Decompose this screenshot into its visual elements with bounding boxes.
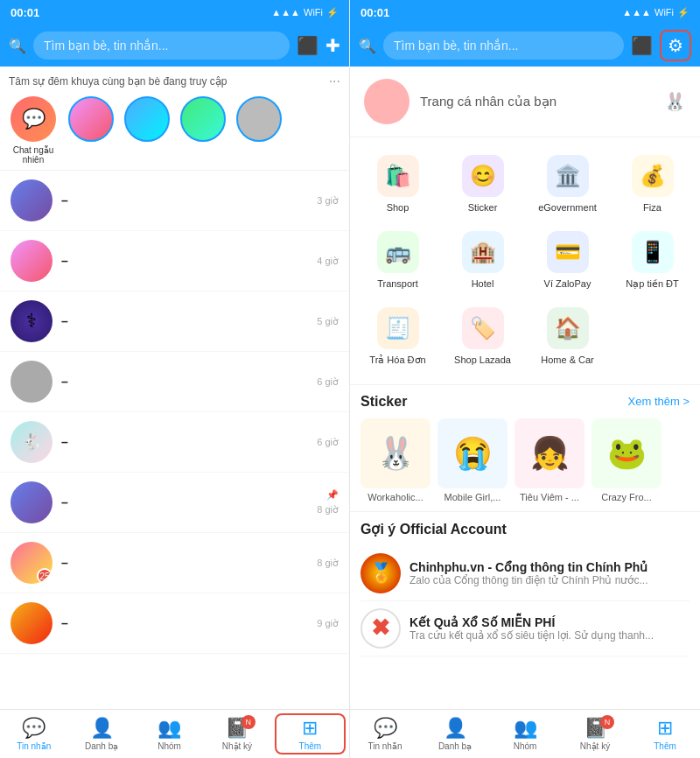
zalopay-icon: 💳 — [547, 231, 589, 273]
right-nav-nhom[interactable]: 👥 Nhóm — [490, 710, 560, 758]
right-search-input[interactable]: Tìm bạn bè, tin nhắn... — [383, 32, 624, 60]
service-trahoadon[interactable]: 🧾 Trả Hóa Đơn — [357, 300, 438, 373]
chat-info-3: – — [61, 375, 308, 389]
sticker-name-crazyfrog: Crazy Fro... — [601, 492, 651, 502]
right-tin-nhan-icon: 💬 — [374, 717, 397, 740]
story-item-special[interactable]: 💬 Chat ngẫu nhiên — [9, 96, 58, 165]
sticker-img-tieuviem: 👧 — [514, 418, 584, 488]
service-egov[interactable]: 🏛️ eGovernment — [527, 148, 608, 221]
chat-avatar-5 — [10, 481, 52, 523]
right-nav-tin-nhan[interactable]: 💬 Tin nhắn — [350, 710, 420, 758]
story-item-4[interactable] — [236, 96, 282, 165]
sticker-crazyfrog[interactable]: 🐸 Crazy Fro... — [592, 418, 662, 502]
zalopay-label: Ví ZaloPay — [544, 278, 592, 290]
chat-name-6: – — [61, 556, 308, 570]
nav-danh-ba[interactable]: 👤 Danh bạ — [67, 710, 135, 758]
qr-button[interactable]: ⬛ — [297, 35, 318, 56]
chat-item-2[interactable]: ⚕ – 5 giờ — [0, 291, 349, 352]
sticker-title: Sticker — [360, 394, 407, 410]
chat-time-0: 3 giờ — [317, 195, 339, 207]
chat-time-5: 8 giờ — [317, 504, 339, 516]
chat-name-7: – — [61, 616, 308, 630]
service-shop[interactable]: 🛍️ Shop — [357, 148, 438, 221]
left-search-input[interactable]: Tìm bạn bè, tin nhắn... — [33, 32, 290, 60]
sticker-more-link[interactable]: Xem thêm > — [628, 395, 690, 408]
chat-meta-5: 📌 8 giờ — [317, 489, 339, 516]
right-tin-nhan-label: Tin nhắn — [368, 741, 402, 751]
service-transport[interactable]: 🚌 Transport — [357, 224, 438, 297]
service-naptien[interactable]: 📱 Nạp tiền ĐT — [612, 224, 693, 297]
chat-meta-3: 6 giờ — [317, 376, 339, 388]
nav-them-left[interactable]: ⊞ Thêm — [275, 713, 346, 754]
chat-info-6: – — [61, 556, 308, 570]
nav-nhat-ky[interactable]: 📓 N Nhật ký — [203, 710, 270, 758]
nav-nhom[interactable]: 👥 Nhóm — [136, 710, 203, 758]
official-avatar-xoso: ✖ — [360, 608, 401, 649]
right-nav-them[interactable]: ⊞ Thêm — [630, 710, 700, 758]
right-nav-danh-ba[interactable]: 👤 Danh bạ — [420, 710, 490, 758]
nhat-ky-badge: N — [242, 715, 256, 729]
right-content: Trang cá nhân của bạn 🐰 🛍️ Shop 😊 Sticke… — [350, 67, 700, 709]
story-item-2[interactable] — [124, 96, 170, 165]
naptien-icon: 📱 — [632, 231, 674, 273]
official-item-chinhphu[interactable]: 🏅 Chinhphu.vn - Cổng thông tin Chính Phủ… — [360, 546, 690, 601]
pin-icon-5: 📌 — [326, 489, 339, 501]
right-search-icon: 🔍 — [359, 38, 376, 54]
them-icon-left: ⊞ — [302, 717, 318, 740]
right-search-bar: 🔍 Tìm bạn bè, tin nhắn... ⬛ ⚙ — [350, 25, 700, 67]
nav-tin-nhan[interactable]: 💬 Tin nhắn — [0, 710, 67, 758]
service-hotel[interactable]: 🏨 Hotel — [442, 224, 523, 297]
chat-avatar-2: ⚕ — [10, 300, 52, 342]
sticker-tieuviem[interactable]: 👧 Tiêu Viêm - ... — [514, 418, 584, 502]
chat-item-5[interactable]: – 📌 8 giờ — [0, 473, 349, 533]
right-nhom-label: Nhóm — [514, 741, 537, 751]
service-zalopay[interactable]: 💳 Ví ZaloPay — [527, 224, 608, 297]
chat-item-3[interactable]: – 6 giờ — [0, 352, 349, 412]
chat-time-2: 5 giờ — [317, 316, 339, 327]
chat-meta-7: 9 giờ — [317, 618, 339, 629]
chat-item-7[interactable]: – 9 giờ — [0, 593, 349, 654]
stories-more-icon[interactable]: ··· — [329, 74, 340, 89]
nhat-ky-label: Nhật ký — [222, 741, 252, 751]
fiza-icon: 💰 — [632, 155, 674, 197]
right-qr-button[interactable]: ⬛ — [631, 35, 653, 56]
search-icon: 🔍 — [9, 38, 26, 54]
nhom-icon: 👥 — [158, 717, 181, 740]
chat-item-4[interactable]: 🐇 – 6 giờ — [0, 412, 349, 473]
chat-avatar-1 — [10, 240, 52, 282]
chat-time-7: 9 giờ — [317, 618, 339, 629]
sticker-name-mobilegirl: Mobile Girl,... — [444, 492, 501, 502]
right-nhat-ky-label: Nhật ký — [580, 741, 610, 751]
story-item-3[interactable] — [180, 96, 226, 165]
sticker-mobilegirl[interactable]: 😭 Mobile Girl,... — [438, 418, 508, 502]
story-label-special: Chat ngẫu nhiên — [9, 145, 58, 165]
trahoadon-icon: 🧾 — [377, 307, 419, 349]
official-info-xoso: Kết Quả Xổ Số MIỄN PHÍ Tra cứu kết quả x… — [410, 615, 690, 642]
service-homecar[interactable]: 🏠 Home & Car — [527, 300, 608, 373]
right-nav-nhat-ky[interactable]: 📓 N Nhật ký — [560, 710, 630, 758]
gear-button[interactable]: ⚙ — [660, 30, 691, 61]
lazada-label: Shop Lazada — [454, 354, 511, 366]
chat-item-6[interactable]: 25 – 8 giờ — [0, 533, 349, 593]
right-battery-icon: ⚡ — [677, 7, 690, 18]
chat-item-0[interactable]: – 3 giờ — [0, 171, 349, 231]
chat-meta-2: 5 giờ — [317, 316, 339, 327]
sticker-workaholic[interactable]: 🐰 Workaholic... — [360, 418, 430, 502]
service-sticker[interactable]: 😊 Sticker — [442, 148, 523, 221]
hotel-label: Hotel — [472, 278, 494, 290]
right-status-bar: 00:01 ▲▲▲ WiFi ⚡ — [350, 0, 700, 25]
chat-avatar-4: 🐇 — [10, 421, 52, 463]
left-status-bar: 00:01 ▲▲▲ WiFi ⚡ — [0, 0, 349, 25]
chat-item-1[interactable]: – 4 giờ — [0, 231, 349, 291]
chat-avatar-3 — [10, 361, 52, 403]
official-item-xoso[interactable]: ✖ Kết Quả Xổ Số MIỄN PHÍ Tra cứu kết quả… — [360, 601, 690, 656]
add-button[interactable]: ✚ — [326, 35, 340, 56]
profile-section[interactable]: Trang cá nhân của bạn 🐰 — [350, 67, 700, 137]
chat-meta-6: 8 giờ — [317, 558, 339, 569]
right-danh-ba-label: Danh bạ — [438, 741, 472, 751]
chat-time-3: 6 giờ — [317, 376, 339, 388]
story-item-1[interactable] — [68, 96, 114, 165]
service-lazada[interactable]: 🏷️ Shop Lazada — [442, 300, 523, 373]
service-fiza[interactable]: 💰 Fiza — [612, 148, 693, 221]
official-desc-chinhphu: Zalo của Cổng thông tin điện tử Chính Ph… — [410, 574, 690, 586]
